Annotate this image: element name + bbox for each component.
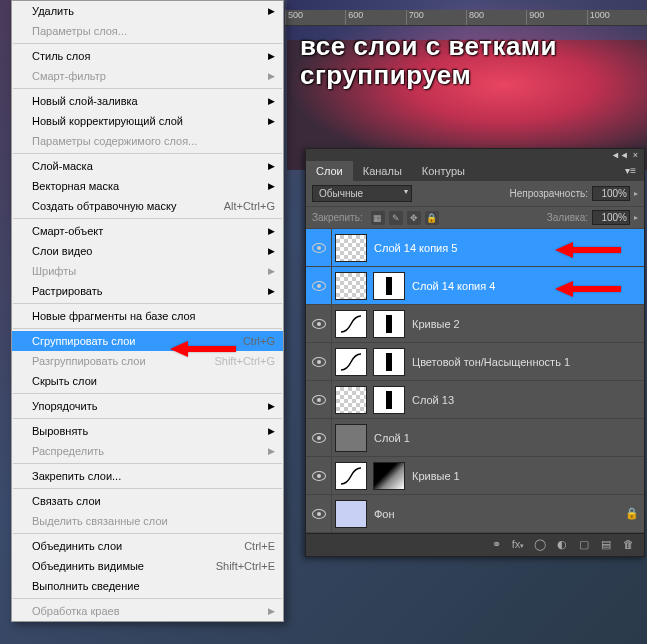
blend-opacity-row: Обычные Непрозрачность: 100% ▸ (306, 181, 644, 206)
lock-pixels-icon[interactable]: ✎ (389, 211, 403, 225)
menu-item[interactable]: Выполнить сведение (12, 576, 283, 596)
ruler-mark: 600 (345, 10, 405, 25)
new-group-icon[interactable]: ▢ (576, 538, 592, 552)
eye-icon (312, 433, 326, 443)
blend-mode-dropdown[interactable]: Обычные (312, 185, 412, 202)
menu-item[interactable]: Слои видео▶ (12, 241, 283, 261)
submenu-arrow-icon: ▶ (268, 266, 275, 276)
fill-input[interactable]: 100% (592, 210, 630, 225)
panel-tab[interactable]: Слои (306, 161, 353, 181)
panel-collapse-icon[interactable]: ◄◄ (611, 150, 629, 160)
layer-visibility-toggle[interactable] (306, 305, 332, 342)
menu-item[interactable]: Объединить видимыеShift+Ctrl+E (12, 556, 283, 576)
menu-item-label: Закрепить слои... (32, 470, 121, 482)
layer-visibility-toggle[interactable] (306, 343, 332, 380)
menu-item[interactable]: Удалить▶ (12, 1, 283, 21)
layer-thumbnail[interactable] (335, 348, 367, 376)
menu-divider (13, 393, 282, 394)
eye-icon (312, 319, 326, 329)
add-mask-icon[interactable]: ◯ (532, 538, 548, 552)
menu-item-label: Удалить (32, 5, 74, 17)
menu-item[interactable]: Слой-маска▶ (12, 156, 283, 176)
menu-item[interactable]: Новые фрагменты на базе слоя (12, 306, 283, 326)
layer-visibility-toggle[interactable] (306, 229, 332, 266)
menu-item[interactable]: Смарт-объект▶ (12, 221, 283, 241)
layer-thumbnail[interactable] (335, 310, 367, 338)
layer-thumbnail[interactable] (335, 462, 367, 490)
menu-divider (13, 533, 282, 534)
panel-close-icon[interactable]: × (633, 150, 638, 160)
layer-thumbnail[interactable] (335, 424, 367, 452)
layer-style-icon[interactable]: fx▾ (510, 538, 526, 552)
menu-item[interactable]: Скрыть слои (12, 371, 283, 391)
submenu-arrow-icon: ▶ (268, 246, 275, 256)
panel-tab[interactable]: Контуры (412, 161, 475, 181)
menu-item[interactable]: Закрепить слои... (12, 466, 283, 486)
lock-icon: 🔒 (620, 507, 644, 520)
menu-item[interactable]: Связать слои (12, 491, 283, 511)
layer-thumbnail[interactable] (373, 462, 405, 490)
menu-item[interactable]: Новый корректирующий слой▶ (12, 111, 283, 131)
lock-position-icon[interactable]: ✥ (407, 211, 421, 225)
menu-item[interactable]: Создать обтравочную маскуAlt+Ctrl+G (12, 196, 283, 216)
layer-row[interactable]: Слой 1 (306, 419, 644, 457)
layer-thumbnail[interactable] (335, 234, 367, 262)
ruler-mark: 900 (526, 10, 586, 25)
lock-all-icon[interactable]: 🔒 (425, 211, 439, 225)
menu-item[interactable]: Растрировать▶ (12, 281, 283, 301)
layer-name-label: Кривые 2 (408, 318, 644, 330)
menu-item[interactable]: Сгруппировать слоиCtrl+G (12, 331, 283, 351)
fill-label: Заливка: (547, 212, 588, 223)
menu-item-label: Смарт-объект (32, 225, 103, 237)
layer-row[interactable]: Кривые 1 (306, 457, 644, 495)
submenu-arrow-icon: ▶ (268, 226, 275, 236)
panel-tab[interactable]: Каналы (353, 161, 412, 181)
adjustment-layer-icon[interactable]: ◐ (554, 538, 570, 552)
menu-item-label: Слои видео (32, 245, 92, 257)
menu-item-label: Новые фрагменты на базе слоя (32, 310, 196, 322)
layer-row[interactable]: Цветовой тон/Насыщенность 1 (306, 343, 644, 381)
submenu-arrow-icon: ▶ (268, 401, 275, 411)
red-arrow-menu (170, 339, 240, 359)
menu-item-label: Разгруппировать слои (32, 355, 146, 367)
link-layers-icon[interactable]: ⚭ (488, 538, 504, 552)
layer-visibility-toggle[interactable] (306, 495, 332, 532)
menu-item-label: Параметры слоя... (32, 25, 127, 37)
menu-item[interactable]: Объединить слоиCtrl+E (12, 536, 283, 556)
opacity-flyout-icon[interactable]: ▸ (634, 189, 638, 198)
layer-context-menu[interactable]: Удалить▶Параметры слоя...Стиль слоя▶Смар… (11, 0, 284, 622)
panel-menu-icon[interactable]: ▾≡ (617, 161, 644, 181)
layer-row[interactable]: Фон🔒 (306, 495, 644, 533)
menu-item[interactable]: Упорядочить▶ (12, 396, 283, 416)
layer-thumbnail[interactable] (335, 272, 367, 300)
layer-thumbnail[interactable] (373, 272, 405, 300)
layer-thumbnail[interactable] (335, 500, 367, 528)
menu-item[interactable]: Выровнять▶ (12, 421, 283, 441)
new-layer-icon[interactable]: ▤ (598, 538, 614, 552)
layer-thumbnail[interactable] (373, 386, 405, 414)
eye-icon (312, 395, 326, 405)
menu-item-label: Растрировать (32, 285, 103, 297)
opacity-input[interactable]: 100% (592, 186, 630, 201)
layer-thumbnail[interactable] (373, 348, 405, 376)
menu-item: Смарт-фильтр▶ (12, 66, 283, 86)
menu-item[interactable]: Векторная маска▶ (12, 176, 283, 196)
layer-thumbnail[interactable] (335, 386, 367, 414)
menu-item[interactable]: Новый слой-заливка▶ (12, 91, 283, 111)
layer-row[interactable]: Кривые 2 (306, 305, 644, 343)
fill-flyout-icon[interactable]: ▸ (634, 213, 638, 222)
layer-thumbnail[interactable] (373, 310, 405, 338)
submenu-arrow-icon: ▶ (268, 181, 275, 191)
menu-item[interactable]: Стиль слоя▶ (12, 46, 283, 66)
layer-row[interactable]: Слой 13 (306, 381, 644, 419)
layer-visibility-toggle[interactable] (306, 381, 332, 418)
lock-transparency-icon[interactable]: ▦ (371, 211, 385, 225)
menu-item-label: Выровнять (32, 425, 88, 437)
layer-visibility-toggle[interactable] (306, 457, 332, 494)
menu-divider (13, 218, 282, 219)
delete-layer-icon[interactable]: 🗑 (620, 538, 636, 552)
layer-visibility-toggle[interactable] (306, 419, 332, 456)
svg-marker-2 (555, 281, 621, 297)
layer-visibility-toggle[interactable] (306, 267, 332, 304)
submenu-arrow-icon: ▶ (268, 446, 275, 456)
